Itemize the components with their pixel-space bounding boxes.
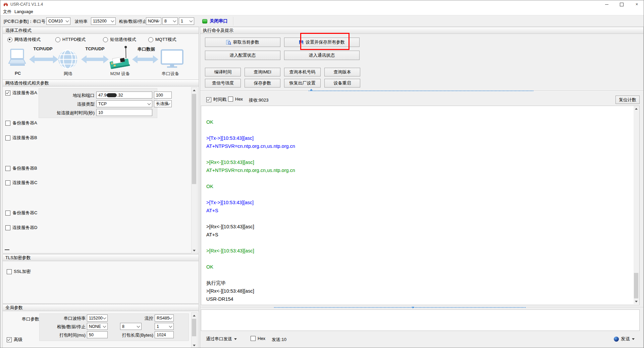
checkbox-backup-server-b[interactable]: 备份服务器B	[5, 165, 37, 171]
net-params-scrollbar[interactable]	[191, 87, 198, 253]
checkbox-icon	[5, 180, 10, 185]
server-a-port-input[interactable]: 100	[154, 92, 172, 99]
log-line: AT+S	[206, 231, 629, 239]
close-port-label: 关闭串口	[210, 18, 228, 24]
checkbox-label: 连接服务器C	[12, 180, 37, 186]
radio-httpd-mode[interactable]: HTTPD模式	[55, 37, 86, 43]
factory-reset-button[interactable]: 恢复出厂设置	[284, 79, 321, 88]
short-timeout-value: 10	[98, 110, 103, 115]
scroll-up-arrow[interactable]	[192, 313, 197, 318]
scroll-down-arrow[interactable]	[192, 343, 197, 348]
pack-time-input[interactable]: 50	[87, 331, 108, 338]
global-data-bits-select[interactable]: 8	[120, 323, 142, 330]
checkbox-timestamp[interactable]: 时间戳	[206, 97, 226, 103]
radio-sms-transparent-mode[interactable]: 短信透传模式	[103, 37, 136, 43]
chevron-down-icon	[66, 19, 69, 22]
global-stop-bits-select[interactable]: 1	[155, 323, 174, 330]
scroll-up-arrow[interactable]	[192, 88, 197, 93]
short-timeout-input[interactable]: 10	[96, 109, 152, 116]
checkbox-ssl-encryption[interactable]: SSL加密	[7, 269, 31, 275]
global-params-scrollbar[interactable]	[191, 312, 198, 348]
flow-control-select[interactable]: RS485	[155, 314, 174, 322]
global-baud-select[interactable]: 115200	[87, 314, 108, 322]
scrollbar-thumb[interactable]	[634, 273, 638, 298]
conn-mode-select[interactable]: 长连接	[154, 100, 172, 107]
splitter-dotted-handle[interactable]	[309, 91, 533, 91]
send-text-area[interactable]	[201, 309, 640, 331]
stop-bits-select[interactable]: 1	[179, 17, 194, 25]
close-button[interactable]: ×	[629, 0, 644, 8]
global-params-section: 全局参数 串口参数 串口波特率 115200 流控 RS485 检验/数据/停止…	[2, 304, 199, 348]
splitter-dotted-handle[interactable]	[274, 307, 526, 308]
query-local-number-button[interactable]: 查询本机号码	[284, 68, 321, 76]
query-signal-button[interactable]: 查信号强度	[205, 79, 241, 88]
button-label: 查询版本	[334, 69, 351, 75]
redaction-blob	[107, 93, 117, 97]
dropdown-label: 通过串口发送	[206, 336, 232, 342]
scroll-up-arrow[interactable]	[634, 106, 639, 111]
chevron-down-icon	[632, 338, 635, 340]
window-title: USR-CAT1 V1.1.4	[10, 0, 43, 8]
checkbox-recv-hex[interactable]: Hex	[228, 97, 243, 102]
checkbox-connect-server-a[interactable]: 连接服务器A	[5, 90, 37, 96]
link-label-tcp-udp-1: TCP/UDP	[30, 46, 56, 51]
compile-time-button[interactable]: 编译时间	[205, 68, 241, 76]
pack-length-input[interactable]: 1024	[155, 331, 174, 338]
button-label: 获取当前参数	[233, 39, 259, 45]
button-label: 发送	[621, 336, 630, 342]
baud-rate-label: 波特率	[75, 19, 88, 24]
conn-type-value: TCP	[98, 102, 107, 106]
radio-net-transparent-mode[interactable]: 网络透传模式	[7, 37, 41, 43]
get-current-params-button[interactable]: 获取当前参数	[205, 38, 280, 47]
com-port-select[interactable]: COM10	[46, 17, 70, 25]
title-bar: USR-CAT1 V1.1.4 ×	[0, 0, 644, 8]
menu-file[interactable]: 文件	[1, 8, 13, 15]
sent-count: 发送:10	[272, 337, 286, 343]
scrollbar-thumb[interactable]	[192, 94, 196, 184]
checkbox-connect-server-b[interactable]: 连接服务器B	[5, 135, 37, 141]
save-params-button[interactable]: 保存参数	[245, 79, 280, 88]
scrollbar-thumb[interactable]	[192, 319, 196, 336]
splitter-collapse-up-icon[interactable]	[310, 89, 313, 91]
receive-log-area[interactable]: OK >[Tx->][10:53:43][asc] AT+NTPSVR=cn.n…	[201, 106, 640, 305]
minimize-button[interactable]	[599, 0, 614, 8]
checkbox-backup-server-a[interactable]: 备份服务器A	[5, 120, 37, 126]
log-line	[206, 126, 629, 134]
horizontal-splitter-bottom[interactable]	[200, 307, 643, 308]
baud-rate-select[interactable]: 115200	[91, 17, 116, 25]
log-scrollbar[interactable]	[634, 106, 639, 304]
query-version-button[interactable]: 查询版本	[324, 68, 360, 76]
server-a-address-input[interactable]: 47.9.32	[96, 92, 152, 99]
checkbox-connect-server-c[interactable]: 连接服务器C	[5, 180, 37, 186]
data-bits-select[interactable]: 8	[162, 17, 178, 25]
checkbox-icon	[5, 166, 10, 171]
parity-select[interactable]: NONI	[146, 17, 161, 25]
recv-count: 接收:9023	[249, 97, 269, 103]
scroll-down-arrow[interactable]	[634, 299, 639, 304]
query-imei-button[interactable]: 查询IMEI	[245, 68, 280, 76]
global-baud-label: 串口波特率	[51, 315, 86, 322]
menu-language[interactable]: Language	[12, 8, 35, 15]
chevron-down-icon	[137, 324, 140, 328]
checkbox-connect-server-d[interactable]: 连接服务器D	[5, 225, 37, 231]
device-restart-button[interactable]: 设备重启	[324, 79, 360, 88]
enter-comm-state-button[interactable]: 进入通讯状态	[284, 51, 360, 60]
checkbox-advanced[interactable]: 高级	[7, 337, 22, 343]
send-via-serial-dropdown[interactable]: 通过串口发送	[206, 336, 237, 342]
enter-config-state-button[interactable]: 进入配置状态	[205, 51, 280, 60]
scroll-down-arrow[interactable]	[192, 248, 197, 253]
close-port-button[interactable]: 关闭串口	[202, 17, 231, 25]
radio-mqtt-mode[interactable]: MQTT模式	[148, 37, 176, 43]
port-status-led-icon	[202, 19, 207, 23]
checkbox-backup-server-c[interactable]: 备份服务器C	[5, 210, 37, 216]
conn-type-select[interactable]: TCP	[96, 100, 152, 107]
send-button[interactable]: 发送	[614, 334, 643, 344]
m2m-node-label: M2M 设备	[105, 71, 135, 77]
checkbox-send-hex[interactable]: Hex	[251, 336, 265, 341]
maximize-button[interactable]	[614, 0, 629, 8]
reset-count-button[interactable]: 复位计数	[615, 96, 640, 104]
splitter-collapse-down-icon[interactable]	[412, 307, 414, 308]
data-bits-value: 8	[164, 19, 167, 23]
global-parity-select[interactable]: NONE	[87, 323, 108, 330]
horizontal-splitter-top[interactable]	[200, 91, 643, 92]
